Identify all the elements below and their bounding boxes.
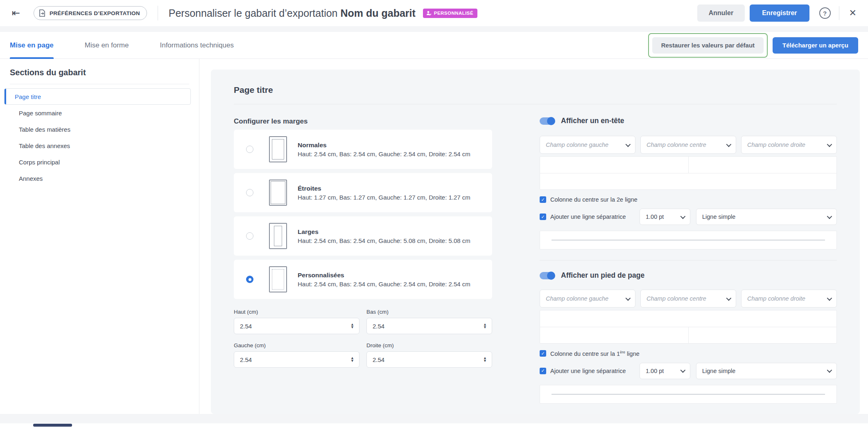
header-divider-2 xyxy=(839,6,839,20)
scrollbar-thumb[interactable] xyxy=(33,424,72,427)
margin-right-input[interactable]: 2.54 xyxy=(366,351,492,368)
header-preview-cell xyxy=(688,157,837,173)
margin-option-etroites[interactable]: Étroites Haut: 1.27 cm, Bas: 1.27 cm, Ga… xyxy=(234,173,492,212)
footer-separator-label: Ajouter une ligne séparatrice xyxy=(550,368,626,374)
sidebar-item-page-titre[interactable]: Page titre xyxy=(4,88,191,105)
field-label-bas: Bas (cm) xyxy=(366,309,492,315)
export-preferences-badge[interactable]: PRÉFÉRENCES D’EXPORTATION xyxy=(34,6,147,20)
radio-checked-icon[interactable] xyxy=(246,276,253,283)
select-placeholder: Champ colonne centre xyxy=(646,295,726,302)
stepper-icon[interactable] xyxy=(350,357,354,362)
customized-badge: PERSONNALISÉ xyxy=(423,9,477,18)
page-margins-custom-icon xyxy=(269,266,287,292)
margin-right-value: 2.54 xyxy=(373,356,483,363)
margin-option-desc: Haut: 1.27 cm, Bas: 1.27 cm, Gauche: 1.2… xyxy=(298,194,470,201)
tab-informations-techniques[interactable]: Informations techniques xyxy=(160,32,234,59)
select-placeholder: Champ colonne centre xyxy=(646,142,726,148)
chevron-down-icon xyxy=(827,368,832,373)
margins-column: Configurer les marges Normales Haut: 2.5… xyxy=(234,104,492,404)
template-sections-sidebar: Sections du gabarit Page titre Page somm… xyxy=(0,59,199,414)
save-button[interactable]: Enregistrer xyxy=(750,4,809,22)
margin-bottom-value: 2.54 xyxy=(373,323,483,330)
footer-separator-width-select[interactable]: 1.00 pt xyxy=(640,363,690,379)
tab-bar: Mise en page Mise en forme Informations … xyxy=(0,32,868,59)
header-separator-preview xyxy=(540,231,837,249)
margin-option-personnalisees[interactable]: Personnalisées Haut: 2.54 cm, Bas: 2.54 … xyxy=(234,260,492,299)
help-icon[interactable]: ? xyxy=(819,7,831,19)
checkbox-checked-icon[interactable] xyxy=(540,214,546,220)
export-preferences-label: PRÉFÉRENCES D’EXPORTATION xyxy=(50,10,140,16)
radio-unchecked-icon[interactable] xyxy=(246,189,253,196)
show-header-label: Afficher un en-tête xyxy=(561,117,624,125)
sidebar-item-page-sommaire[interactable]: Page sommaire xyxy=(4,105,191,121)
download-preview-button[interactable]: Télécharger un aperçu xyxy=(773,37,858,54)
radio-unchecked-icon[interactable] xyxy=(246,232,253,240)
select-placeholder: Champ colonne droite xyxy=(747,142,827,148)
footer-preview-cell xyxy=(540,310,836,327)
tab-mise-en-forme[interactable]: Mise en forme xyxy=(85,32,129,59)
separator-line xyxy=(552,240,825,240)
stepper-icon[interactable] xyxy=(350,323,354,329)
section-panel: Page titre Configurer les marges Normale… xyxy=(211,70,860,414)
sidebar-item-table-des-annexes[interactable]: Table des annexes xyxy=(4,137,191,154)
footer-right-column-select[interactable]: Champ colonne droite xyxy=(741,290,837,308)
header-divider xyxy=(158,6,158,20)
margin-option-desc: Haut: 2.54 cm, Bas: 2.54 cm, Gauche: 5.0… xyxy=(298,237,470,244)
header-separator-style-select[interactable]: Ligne simple xyxy=(696,209,837,225)
tab-mise-en-page[interactable]: Mise en page xyxy=(10,32,54,59)
margin-bottom-input[interactable]: 2.54 xyxy=(366,318,492,334)
header-left-column-select[interactable]: Champ colonne gauche xyxy=(540,136,635,154)
margin-option-desc: Haut: 2.54 cm, Bas: 2.54 cm, Gauche: 2.5… xyxy=(298,151,470,157)
footer-center-first-line-label: Colonne du centre sur la 1ère ligne xyxy=(550,350,640,357)
chevron-down-icon xyxy=(680,368,686,373)
margins-title: Configurer les marges xyxy=(234,117,492,126)
footer-separator-style-select[interactable]: Ligne simple xyxy=(696,363,837,379)
margin-option-larges[interactable]: Larges Haut: 2.54 cm, Bas: 2.54 cm, Gauc… xyxy=(234,216,492,256)
show-footer-label: Afficher un pied de page xyxy=(561,271,644,280)
restore-defaults-button[interactable]: Restaurer les valeurs par défaut xyxy=(652,37,764,54)
header-center-column-select[interactable]: Champ colonne centre xyxy=(640,136,736,154)
radio-unchecked-icon[interactable] xyxy=(246,146,253,153)
margin-option-name: Personnalisées xyxy=(298,272,470,279)
chevron-down-icon xyxy=(726,142,732,147)
chevron-down-icon xyxy=(680,214,686,219)
show-header-toggle[interactable] xyxy=(540,117,554,125)
margin-top-input[interactable]: 2.54 xyxy=(234,318,359,334)
margin-option-normales[interactable]: Normales Haut: 2.54 cm, Bas: 2.54 cm, Ga… xyxy=(234,130,492,169)
margin-left-input[interactable]: 2.54 xyxy=(234,351,359,368)
sidebar-item-table-des-matieres[interactable]: Table des matières xyxy=(4,121,191,137)
select-value: 1.00 pt xyxy=(646,214,680,220)
user-edit-icon xyxy=(426,11,432,16)
checkbox-checked-icon[interactable] xyxy=(540,196,546,203)
export-template-editor: ⇤ PRÉFÉRENCES D’EXPORTATION Personnalise… xyxy=(0,0,868,427)
sidebar-item-annexes[interactable]: Annexes xyxy=(4,170,191,187)
horizontal-scrollbar[interactable] xyxy=(0,423,868,427)
close-icon[interactable]: ✕ xyxy=(848,8,858,18)
export-document-icon xyxy=(38,9,46,17)
separator-line xyxy=(552,394,825,395)
stepper-icon[interactable] xyxy=(483,357,487,362)
restore-defaults-highlight: Restaurer les valeurs par défaut xyxy=(648,33,768,58)
sidebar-title: Sections du gabarit xyxy=(0,68,199,77)
footer-left-column-select[interactable]: Champ colonne gauche xyxy=(540,290,635,308)
page-margins-narrow-icon xyxy=(269,180,287,206)
top-header: ⇤ PRÉFÉRENCES D’EXPORTATION Personnalise… xyxy=(0,0,868,26)
select-placeholder: Champ colonne gauche xyxy=(546,295,626,302)
checkbox-checked-icon[interactable] xyxy=(540,350,546,357)
sidebar-item-corps-principal[interactable]: Corps principal xyxy=(4,154,191,170)
stepper-icon[interactable] xyxy=(483,323,487,329)
header-center-second-line-label: Colonne du centre sur la 2e ligne xyxy=(550,196,637,203)
checkbox-checked-icon[interactable] xyxy=(540,368,546,374)
toggle-knob xyxy=(547,117,555,125)
header-preview-cell xyxy=(540,173,836,189)
margin-option-name: Étroites xyxy=(298,185,470,192)
footer-center-column-select[interactable]: Champ colonne centre xyxy=(640,290,736,308)
header-separator-width-select[interactable]: 1.00 pt xyxy=(640,209,690,225)
header-right-column-select[interactable]: Champ colonne droite xyxy=(741,136,837,154)
margin-option-name: Normales xyxy=(298,142,470,149)
cancel-button[interactable]: Annuler xyxy=(697,4,745,22)
select-value: Ligne simple xyxy=(702,214,827,220)
show-footer-toggle[interactable] xyxy=(540,272,554,279)
margin-option-name: Larges xyxy=(298,228,470,236)
collapse-left-icon[interactable]: ⇤ xyxy=(10,7,22,19)
